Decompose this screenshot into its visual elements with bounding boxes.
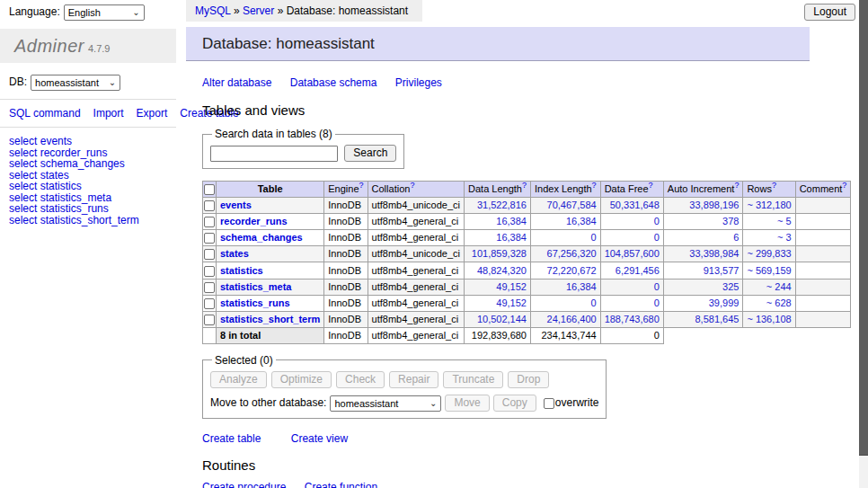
table-name-link[interactable]: statistics_runs <box>220 297 290 308</box>
auto-increment-cell: 33,398,984 <box>663 246 743 262</box>
row-checkbox-cell <box>203 246 217 262</box>
sidebar-action-link[interactable]: SQL command <box>9 107 81 120</box>
data-free-cell: 0 <box>600 230 663 246</box>
chevron-down-icon: ⌄ <box>430 396 437 411</box>
move-button[interactable]: Move <box>445 395 489 412</box>
data-length-cell: 48,824,320 <box>465 262 531 279</box>
drop-button[interactable]: Drop <box>508 371 549 388</box>
engine-cell: InnoDB <box>324 311 368 327</box>
database-schema-link[interactable]: Database schema <box>290 76 377 89</box>
move-to-db-label: Move to other database: <box>210 396 326 409</box>
comment-cell <box>795 311 851 327</box>
data-free-cell: 6,291,456 <box>600 262 663 279</box>
analyze-button[interactable]: Analyze <box>210 371 267 388</box>
table-link[interactable]: statistics_short_term <box>40 214 139 226</box>
breadcrumb-separator: » <box>234 4 240 17</box>
language-row: Language:English⌄ <box>0 0 176 21</box>
help-link[interactable]: ? <box>592 181 597 190</box>
row-checkbox[interactable] <box>204 217 215 227</box>
breadcrumb-link-mysql[interactable]: MySQL <box>195 4 231 17</box>
vertical-scrollbar[interactable] <box>859 0 868 488</box>
repair-button[interactable]: Repair <box>389 371 438 388</box>
comment-cell <box>795 262 851 279</box>
row-checkbox[interactable] <box>204 233 215 244</box>
comment-cell <box>795 246 851 262</box>
sidebar-table-list: select eventsselect recorder_runsselect … <box>0 128 176 226</box>
engine-cell: InnoDB <box>324 214 368 230</box>
scrollbar-thumb[interactable] <box>859 0 868 456</box>
selected-fieldset: Selected (0) AnalyzeOptimizeCheckRepairT… <box>202 354 607 419</box>
help-link[interactable]: ? <box>410 181 414 190</box>
table-row: statistics_metaInnoDButf8mb4_general_ci4… <box>203 279 851 295</box>
select-all-checkbox[interactable] <box>204 184 215 195</box>
copy-button[interactable]: Copy <box>493 395 536 412</box>
selected-buttons-row: AnalyzeOptimizeCheckRepairTruncateDrop <box>210 371 598 388</box>
create-procedure-link[interactable]: Create procedure <box>202 481 286 488</box>
total-row: 8 in totalInnoDButf8mb4_general_ci192,83… <box>203 327 851 343</box>
tables-overview-table: TableEngine?Collation?Data Length?Index … <box>202 181 851 344</box>
row-checkbox[interactable] <box>204 298 215 309</box>
db-select[interactable]: homeassistant⌄ <box>31 75 120 91</box>
table-name-link[interactable]: recorder_runs <box>220 216 288 226</box>
language-select[interactable]: English⌄ <box>64 4 145 21</box>
move-db-select[interactable]: homeassistant⌄ <box>330 395 441 412</box>
comment-cell <box>795 279 851 295</box>
search-input[interactable] <box>210 146 338 162</box>
overwrite-checkbox[interactable] <box>544 398 554 409</box>
data-free-cell: 188,743,680 <box>600 311 663 327</box>
adminer-logo[interactable]: Adminer4.7.9 <box>0 29 176 63</box>
row-checkbox-cell <box>203 230 217 246</box>
create-table-link[interactable]: Create table <box>202 432 261 445</box>
row-checkbox[interactable] <box>204 266 215 277</box>
auto-increment-cell: 39,999 <box>663 295 743 311</box>
engine-cell: InnoDB <box>324 230 368 246</box>
table-row: statisticsInnoDButf8mb4_general_ci48,824… <box>203 262 851 279</box>
language-label: Language: <box>9 5 60 18</box>
auto-increment-cell: 325 <box>663 279 743 295</box>
sidebar-action-link[interactable]: Export <box>137 107 168 120</box>
check-button[interactable]: Check <box>336 371 385 388</box>
routine-links: Create procedure Create function <box>202 481 810 488</box>
privileges-link[interactable]: Privileges <box>395 76 442 89</box>
data-length-cell: 31,522,816 <box>465 198 531 214</box>
row-checkbox[interactable] <box>204 315 215 325</box>
search-button[interactable]: Search <box>344 145 396 162</box>
select-link[interactable]: select <box>9 214 37 226</box>
db-label: DB: <box>9 75 27 88</box>
table-name-link[interactable]: states <box>220 248 249 259</box>
table-name-link[interactable]: statistics_meta <box>220 281 292 292</box>
total-label-cell: 8 in total <box>217 327 324 343</box>
help-link[interactable]: ? <box>842 181 846 190</box>
create-view-link[interactable]: Create view <box>291 432 348 445</box>
row-checkbox[interactable] <box>204 200 215 211</box>
row-checkbox-cell <box>203 311 217 327</box>
data-free-cell: 0 <box>600 214 663 230</box>
row-checkbox[interactable] <box>204 249 215 260</box>
help-link[interactable]: ? <box>649 181 653 190</box>
table-name-cell: statistics <box>217 262 324 279</box>
help-link[interactable]: ? <box>522 181 527 190</box>
alter-database-link[interactable]: Alter database <box>202 76 271 89</box>
table-row: statesInnoDButf8mb4_unicode_ci101,859,32… <box>203 246 851 262</box>
create-function-link[interactable]: Create function <box>305 481 377 488</box>
optimize-button[interactable]: Optimize <box>271 371 332 388</box>
sidebar-action-link[interactable]: Import <box>93 107 124 120</box>
routines-heading: Routines <box>202 457 810 473</box>
logout-button[interactable]: Logout <box>804 4 855 21</box>
help-link[interactable]: ? <box>734 181 739 190</box>
row-checkbox[interactable] <box>204 282 215 293</box>
tables-and-views-heading: Tables and views <box>202 102 810 118</box>
data-length-cell: 10,502,144 <box>465 311 531 327</box>
help-link[interactable]: ? <box>359 181 364 190</box>
table-name-link[interactable]: statistics <box>220 265 263 276</box>
index-length-cell: 0 <box>530 295 600 311</box>
engine-cell: InnoDB <box>324 295 368 311</box>
table-name-link[interactable]: events <box>220 200 252 210</box>
table-name-link[interactable]: statistics_short_term <box>220 314 320 324</box>
breadcrumb-separator: » <box>278 4 284 17</box>
help-link[interactable]: ? <box>772 181 776 190</box>
truncate-button[interactable]: Truncate <box>443 371 503 388</box>
comment-cell <box>795 214 851 230</box>
breadcrumb-link-server[interactable]: Server <box>243 4 274 17</box>
table-name-link[interactable]: schema_changes <box>220 232 303 243</box>
